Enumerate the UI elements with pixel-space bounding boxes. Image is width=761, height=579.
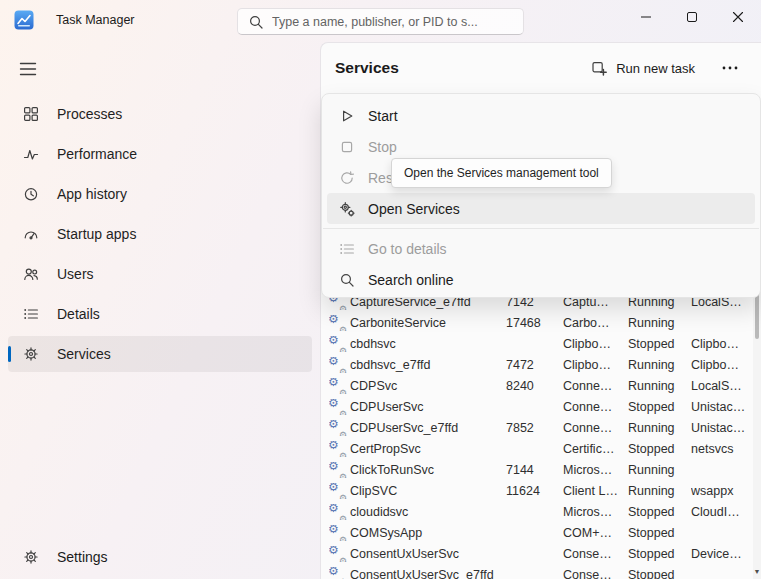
service-gears-icon: ⚙⚙ [329,357,345,373]
service-name-cell: ⚙⚙ cloudidsvc [329,504,506,520]
processes-icon [23,106,39,122]
service-status-cell: Stopped [628,526,691,540]
service-status-cell: Stopped [628,400,691,414]
service-row[interactable]: ⚙⚙ cbdhsvc_e7ffd 7472 Clipbo… Running Cl… [321,354,753,375]
sidebar-item-settings[interactable]: Settings [8,539,312,575]
sidebar: Processes Performance App history Startu… [0,42,320,579]
app-history-clock-icon [23,186,39,202]
details-list-icon [23,306,39,322]
service-name-cell: ⚙⚙ COMSysApp [329,525,506,541]
service-row[interactable]: ⚙⚙ ClipSVC 11624 Client L… Running wsapp… [321,480,753,501]
service-row[interactable]: ⚙⚙ cloudidsvc Micros… Stopped CloudI… [321,501,753,522]
service-name-cell: ⚙⚙ CDPUserSvc [329,399,506,415]
service-pid-cell: 11624 [506,484,563,498]
search-input[interactable] [272,15,513,29]
service-gears-icon: ⚙⚙ [329,546,345,562]
open-services-cogs-icon [339,201,355,217]
service-description-cell: Clipbo… [563,337,628,351]
page-title: Services [335,59,399,77]
service-name-cell: ⚙⚙ CertPropSvc [329,441,506,457]
services-table: ⚙⚙ CaptureService_e7ffd 7142 Captu… Runn… [321,291,753,579]
service-row[interactable]: ⚙⚙ CDPUserSvc Conne… Stopped Unistac… [321,396,753,417]
scrollbar-down-arrow[interactable]: ▼ [753,567,761,577]
service-description-cell: Conse… [563,568,628,579]
service-pid-cell: 7144 [506,463,563,477]
startup-gauge-icon [23,226,39,242]
service-status-cell: Stopped [628,337,691,351]
service-row[interactable]: ⚙⚙ ConsentUxUserSvc_e7ffd Conse… Stopped [321,564,753,579]
navigation-menu-button[interactable] [10,54,46,84]
service-name-cell: ⚙⚙ cbdhsvc_e7ffd [329,357,506,373]
service-row[interactable]: ⚙⚙ CarboniteService 17468 Carbo… Running [321,312,753,333]
service-status-cell: Running [628,484,691,498]
service-pid-cell: 7852 [506,421,563,435]
service-name-cell: ⚙⚙ CDPUserSvc_e7ffd [329,420,506,436]
vertical-scrollbar[interactable]: ▼ [753,249,761,579]
service-row[interactable]: ⚙⚙ CertPropSvc Certific… Stopped netsvcs [321,438,753,459]
service-status-cell: Stopped [628,568,691,579]
service-row[interactable]: ⚙⚙ CDPUserSvc_e7ffd 7852 Conne… Running … [321,417,753,438]
service-row[interactable]: ⚙⚙ CDPSvc 8240 Conne… Running LocalS… [321,375,753,396]
performance-icon [23,146,39,162]
service-group-cell: Device… [691,547,753,561]
run-new-task-button[interactable]: Run new task [583,54,703,82]
task-manager-app-icon [14,10,34,30]
service-gears-icon: ⚙⚙ [329,504,345,520]
service-description-cell: Client L… [563,484,628,498]
service-status-cell: Running [628,463,691,477]
service-gears-icon: ⚙⚙ [329,525,345,541]
service-gears-icon: ⚙⚙ [329,567,345,579]
service-status-cell: Running [628,379,691,393]
titlebar: Task Manager [0,0,761,42]
menu-item-search-online[interactable]: Search online [327,264,755,295]
service-row[interactable]: ⚙⚙ ConsentUxUserSvc Conse… Stopped Devic… [321,543,753,564]
run-new-task-icon [591,60,607,76]
service-description-cell: Micros… [563,505,628,519]
service-status-cell: Stopped [628,442,691,456]
close-button[interactable] [715,0,761,34]
service-row[interactable]: ⚙⚙ ClickToRunSvc 7144 Micros… Running [321,459,753,480]
service-status-cell: Running [628,316,691,330]
play-icon [339,108,355,124]
sidebar-item-performance[interactable]: Performance [8,136,312,172]
service-description-cell: Conne… [563,400,628,414]
settings-gear-icon [23,549,39,565]
maximize-button[interactable] [669,0,715,34]
service-row[interactable]: ⚙⚙ cbdhsvc Clipbo… Stopped Clipbo… [321,333,753,354]
more-options-button[interactable] [713,54,747,82]
service-description-cell: Clipbo… [563,358,628,372]
service-description-cell: COM+… [563,526,628,540]
sidebar-item-services[interactable]: Services [8,336,312,372]
sidebar-item-processes[interactable]: Processes [8,96,312,132]
services-context-menu: Start Stop Restart Open Services [321,93,761,298]
service-description-cell: Micros… [563,463,628,477]
service-name-cell: ⚙⚙ ClipSVC [329,483,506,499]
service-status-cell: Stopped [628,505,691,519]
services-gear-icon [23,346,39,362]
sidebar-item-users[interactable]: Users [8,256,312,292]
service-description-cell: Carbo… [563,316,628,330]
service-gears-icon: ⚙⚙ [329,399,345,415]
service-status-cell: Running [628,358,691,372]
service-status-cell: Running [628,421,691,435]
service-gears-icon: ⚙⚙ [329,420,345,436]
service-description-cell: Conse… [563,547,628,561]
open-services-tooltip: Open the Services management tool [391,158,612,188]
app-title: Task Manager [56,13,135,27]
menu-item-open-services[interactable]: Open Services [327,193,755,224]
main-panel: Services Run new task ⚙⚙ CaptureService_… [320,42,761,579]
service-description-cell: Conne… [563,379,628,393]
sidebar-item-app-history[interactable]: App history [8,176,312,212]
service-group-cell: Clipbo… [691,337,753,351]
sidebar-nav: Processes Performance App history Startu… [0,96,320,372]
service-name-cell: ⚙⚙ CDPSvc [329,378,506,394]
sidebar-item-startup-apps[interactable]: Startup apps [8,216,312,252]
search-online-icon [339,272,355,288]
global-search[interactable] [237,8,524,35]
minimize-button[interactable] [623,0,669,34]
service-row[interactable]: ⚙⚙ COMSysApp COM+… Stopped [321,522,753,543]
menu-item-start[interactable]: Start [327,100,755,131]
sidebar-item-details[interactable]: Details [8,296,312,332]
service-gears-icon: ⚙⚙ [329,462,345,478]
service-name-cell: ⚙⚙ ConsentUxUserSvc [329,546,506,562]
